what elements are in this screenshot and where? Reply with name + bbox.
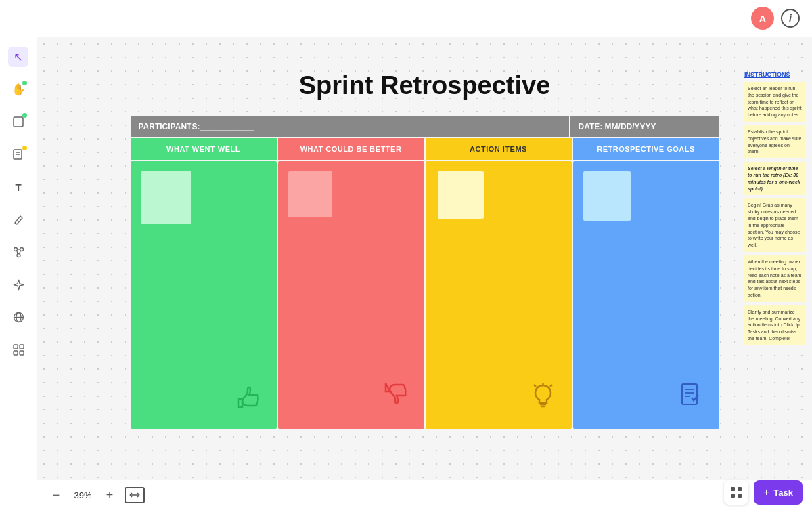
svg-line-4 [15, 223, 17, 224]
columns-body [131, 161, 719, 429]
svg-rect-32 [738, 494, 742, 498]
shapes-dot [22, 113, 27, 118]
bottom-right-actions: + Task [724, 480, 803, 505]
hand-dot [22, 81, 27, 85]
note-dot [22, 146, 27, 150]
shapes-icon[interactable] [8, 112, 28, 132]
columns-headers: WHAT WENT WELL WHAT COULD BE BETTER ACTI… [131, 138, 719, 160]
instruction-note-3: Select a length of time to run the retro… [744, 162, 805, 195]
thumbs-up-icon [233, 380, 263, 417]
svg-rect-30 [738, 487, 742, 491]
main-canvas: Sprint Retrospective PARTICIPANTS:______… [37, 37, 812, 480]
svg-line-22 [534, 385, 536, 387]
instructions-panel: INSTRUCTIONS Select an leader to run the… [744, 71, 805, 349]
instruction-note-5: When the meeting owner decides its time … [744, 255, 805, 302]
zoom-in-button[interactable]: + [102, 487, 118, 503]
svg-line-10 [19, 250, 20, 254]
col-body-retro-goals[interactable] [573, 161, 719, 429]
col-body-action-items[interactable] [426, 161, 572, 429]
instructions-title: INSTRUCTIONS [744, 71, 805, 78]
info-button[interactable]: i [781, 9, 800, 28]
checklist-icon [675, 380, 706, 417]
task-plus-icon: + [763, 486, 769, 498]
fit-button[interactable] [125, 487, 145, 503]
bottom-bar: − 39% + [37, 480, 812, 510]
svg-rect-16 [20, 345, 24, 349]
thumbs-down-icon [380, 380, 411, 417]
top-bar: A i [0, 0, 812, 37]
col-header-could-better: WHAT COULD BE BETTER [278, 138, 424, 160]
avatar[interactable]: A [751, 7, 774, 30]
svg-marker-11 [14, 280, 24, 290]
instruction-note-6: Clarify and summarize the meeting. Conve… [744, 305, 805, 345]
board-title: Sprint Retrospective [131, 71, 719, 100]
task-label: Task [773, 488, 793, 498]
col-body-could-better[interactable] [278, 161, 424, 429]
board-container: Sprint Retrospective PARTICIPANTS:______… [131, 71, 719, 429]
globe-icon[interactable] [8, 307, 28, 327]
svg-rect-0 [14, 117, 23, 127]
note-icon[interactable] [8, 144, 28, 165]
zoom-out-button[interactable]: − [48, 487, 64, 503]
cursor-icon[interactable]: ↖ [8, 47, 28, 67]
text-icon[interactable]: T [8, 177, 28, 197]
col-header-action-items: ACTION ITEMS [426, 138, 572, 160]
participants-field[interactable]: PARTICIPANTS:____________ [131, 116, 570, 137]
sticky-note-4[interactable] [583, 171, 631, 221]
sticky-note-1[interactable] [141, 171, 191, 224]
pen-icon[interactable] [8, 209, 28, 230]
col-body-went-well[interactable] [131, 161, 277, 429]
svg-rect-29 [731, 487, 735, 491]
task-button[interactable]: + Task [754, 480, 803, 505]
svg-line-9 [16, 250, 18, 254]
svg-rect-31 [731, 494, 735, 498]
hand-icon[interactable]: ✋ [8, 79, 28, 100]
svg-rect-17 [14, 351, 18, 355]
instruction-note-2: Establish the sprint objectives and make… [744, 125, 805, 158]
connect-icon[interactable] [8, 242, 28, 262]
lightbulb-icon [528, 380, 558, 417]
grid-button[interactable] [724, 480, 748, 505]
instruction-note-4: Begin! Grab as many sticky notes as need… [744, 198, 805, 252]
magic-icon[interactable] [8, 274, 28, 295]
fields-row: PARTICIPANTS:____________ DATE: MM/DD/YY… [131, 116, 719, 137]
col-header-went-well: WHAT WENT WELL [131, 138, 277, 160]
sticky-note-2[interactable] [288, 171, 332, 217]
template-icon[interactable] [8, 339, 28, 360]
svg-rect-15 [14, 345, 18, 349]
col-header-retro-goals: RETROSPECTIVE GOALS [573, 138, 719, 160]
sticky-note-3[interactable] [438, 171, 484, 219]
svg-rect-24 [682, 384, 697, 404]
zoom-level: 39% [71, 490, 95, 501]
svg-line-23 [550, 385, 552, 387]
date-field[interactable]: DATE: MM/DD/YYYY [570, 116, 719, 137]
svg-point-7 [17, 253, 20, 257]
instruction-note-1: Select an leader to run the session and … [744, 82, 805, 122]
svg-rect-18 [20, 351, 24, 355]
left-sidebar: ↖ ✋ T [0, 37, 37, 510]
